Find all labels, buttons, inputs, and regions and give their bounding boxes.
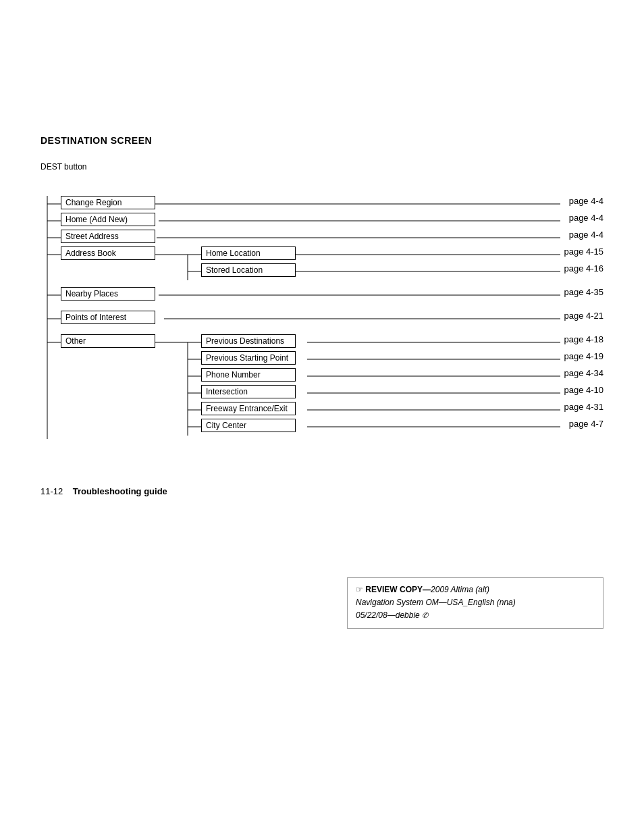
page-ref-previous-starting-point: page 4-19 [564, 351, 603, 361]
page-ref-label: page 4-4 [569, 213, 603, 223]
review-copy-line2-text: Navigation System OM—USA_English (nna) [356, 598, 516, 607]
review-copy-line3: 05/22/08—debbie ✆ [356, 609, 595, 622]
review-copy-italic: 2009 Altima (alt) [431, 585, 489, 594]
page-ref-previous-destinations: page 4-18 [564, 334, 603, 344]
city-center-box: City Center [201, 419, 296, 432]
page-ref-points-of-interest: page 4-21 [564, 311, 603, 321]
review-copy-box: ☞ REVIEW COPY—2009 Altima (alt) Navigati… [347, 577, 603, 629]
review-copy-bold: REVIEW COPY— [365, 585, 431, 594]
city-center-label: City Center [201, 419, 296, 432]
previous-starting-point-label: Previous Starting Point [201, 351, 296, 365]
review-copy-line2: Navigation System OM—USA_English (nna) [356, 596, 595, 609]
points-of-interest-box: Points of Interest [61, 311, 155, 324]
home-add-new-box: Home (Add New) [61, 213, 155, 226]
page-title: Troubleshooting guide [73, 486, 167, 496]
page-ref-label: page 4-7 [569, 419, 603, 429]
page-ref-label: page 4-15 [564, 246, 603, 257]
other-label: Other [61, 334, 155, 348]
page-ref-city-center: page 4-7 [569, 419, 603, 429]
review-copy-line3-text: 05/22/08—debbie ✆ [356, 610, 428, 620]
page-ref-label: page 4-16 [564, 263, 603, 273]
freeway-entrance-exit-label: Freeway Entrance/Exit [201, 402, 296, 415]
page-ref-freeway-entrance-exit: page 4-31 [564, 402, 603, 412]
stored-location-label: Stored Location [201, 263, 296, 277]
page-ref-intersection: page 4-10 [564, 385, 603, 395]
street-address-label: Street Address [61, 230, 155, 243]
review-copy-line1: ☞ REVIEW COPY—2009 Altima (alt) [356, 583, 595, 596]
phone-icon: ✆ [422, 611, 428, 619]
page-ref-home-add-new: page 4-4 [569, 213, 603, 223]
phone-number-label: Phone Number [201, 368, 296, 382]
previous-destinations-box: Previous Destinations [201, 334, 296, 348]
intersection-box: Intersection [201, 385, 296, 398]
page-ref-label: page 4-34 [564, 368, 603, 378]
nearby-places-box: Nearby Places [61, 287, 155, 301]
home-add-new-label: Home (Add New) [61, 213, 155, 226]
previous-destinations-label: Previous Destinations [201, 334, 296, 348]
page-ref-label: page 4-19 [564, 351, 603, 361]
page-ref-nearby-places: page 4-35 [564, 287, 603, 297]
address-book-label: Address Book [61, 246, 155, 260]
page-ref-label: page 4-4 [569, 230, 603, 240]
change-region-box: Change Region [61, 196, 155, 209]
address-book-box: Address Book [61, 246, 155, 260]
page-ref-label: page 4-4 [569, 196, 603, 206]
page-ref-label: page 4-35 [564, 287, 603, 297]
nearby-places-label: Nearby Places [61, 287, 155, 301]
page-ref-phone-number: page 4-34 [564, 368, 603, 378]
section-title: DESTINATION SCREEN [41, 135, 603, 146]
change-region-label: Change Region [61, 196, 155, 209]
page-ref-label: page 4-21 [564, 311, 603, 321]
page-ref-label: page 4-18 [564, 334, 603, 344]
previous-starting-point-box: Previous Starting Point [201, 351, 296, 365]
page-ref-label: page 4-10 [564, 385, 603, 395]
other-box: Other [61, 334, 155, 348]
freeway-entrance-exit-box: Freeway Entrance/Exit [201, 402, 296, 415]
street-address-box: Street Address [61, 230, 155, 243]
dest-label: DEST button [41, 162, 603, 172]
home-location-box: Home Location [201, 246, 296, 260]
phone-number-box: Phone Number [201, 368, 296, 382]
page-ref-stored-location: page 4-16 [564, 263, 603, 273]
intersection-label: Intersection [201, 385, 296, 398]
home-location-label: Home Location [201, 246, 296, 260]
page-ref-street-address: page 4-4 [569, 230, 603, 240]
stored-location-box: Stored Location [201, 263, 296, 277]
points-of-interest-label: Points of Interest [61, 311, 155, 324]
finger-icon: ☞ [356, 585, 365, 594]
page-ref-label: page 4-31 [564, 402, 603, 412]
page-ref-home-location: page 4-15 [564, 246, 603, 257]
footer-section: 11-12 Troubleshooting guide [41, 486, 603, 496]
page-ref-change-region: page 4-4 [569, 196, 603, 206]
page-number: 11-12 [41, 486, 63, 496]
